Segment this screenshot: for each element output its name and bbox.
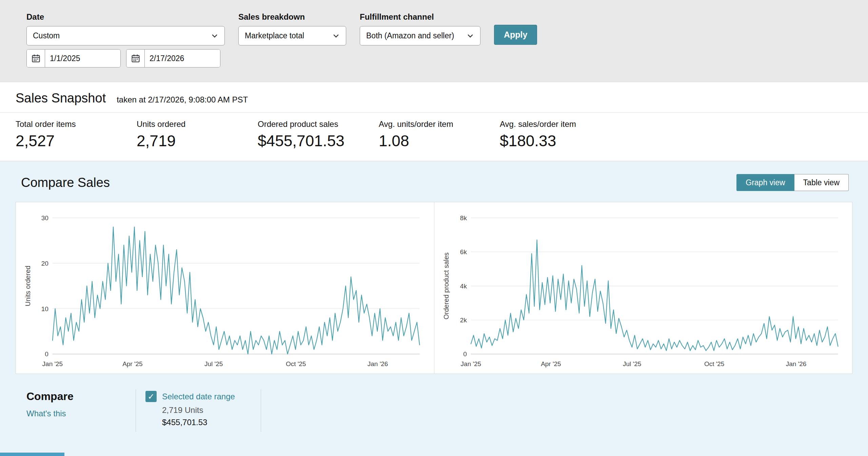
calendar-icon — [31, 54, 41, 63]
sales-breakdown-selected-value: Marketplace total — [245, 31, 304, 40]
svg-text:Oct '25: Oct '25 — [704, 360, 724, 367]
svg-text:0: 0 — [463, 350, 467, 358]
sales-breakdown-select[interactable]: Marketplace total — [238, 26, 346, 45]
svg-text:6k: 6k — [460, 248, 467, 255]
chevron-down-icon — [211, 32, 218, 40]
bottom-partial-bar — [0, 453, 64, 456]
metric-label: Total order items — [16, 119, 137, 129]
charts-row: 0102030Jan '25Apr '25Jul '25Oct '25Jan '… — [16, 202, 852, 374]
svg-text:4k: 4k — [460, 283, 467, 290]
snapshot-metric: Avg. units/order item1.08 — [379, 119, 500, 150]
metric-value: 1.08 — [379, 132, 500, 150]
date-range-selected-value: Custom — [33, 31, 60, 40]
start-date-input[interactable] — [45, 50, 120, 67]
svg-text:10: 10 — [41, 305, 48, 312]
svg-text:30: 30 — [41, 214, 48, 222]
sales-dashboard-page: Date Custom — [0, 0, 868, 456]
sales-breakdown-group: Sales breakdown Marketplace total — [238, 12, 346, 45]
svg-text:Ordered product sales: Ordered product sales — [442, 252, 450, 320]
units-ordered-chart: 0102030Jan '25Apr '25Jul '25Oct '25Jan '… — [23, 211, 427, 370]
metric-label: Avg. sales/order item — [500, 119, 621, 129]
whats-this-link[interactable]: What's this — [26, 409, 66, 418]
snapshot-metric: Avg. sales/order item$180.33 — [500, 119, 621, 150]
snapshot-metric: Ordered product sales$455,701.53 — [258, 119, 379, 150]
selected-date-range-legend: ✓ Selected date range 2,719 Units $455,7… — [136, 390, 261, 432]
legend-units-value: 2,719 Units — [162, 405, 237, 415]
fulfillment-channel-select[interactable]: Both (Amazon and seller) — [360, 26, 480, 45]
view-toggle: Graph view Table view — [736, 174, 849, 191]
legend-sales-value: $455,701.53 — [162, 418, 237, 427]
svg-text:Apr '25: Apr '25 — [541, 360, 561, 367]
compare-legend-row: Compare What's this ✓ Selected date rang… — [26, 390, 868, 432]
fulfillment-channel-group: Fulfillment channel Both (Amazon and sel… — [360, 12, 480, 45]
page-title: Sales Snapshot — [16, 91, 106, 106]
selected-date-range-checkbox[interactable]: ✓ — [145, 391, 157, 402]
svg-text:Apr '25: Apr '25 — [122, 360, 143, 367]
svg-text:Jul '25: Jul '25 — [623, 360, 641, 367]
svg-text:Oct '25: Oct '25 — [286, 360, 306, 367]
metric-label: Ordered product sales — [258, 119, 379, 129]
start-date-group — [26, 49, 121, 68]
filter-bar: Date Custom — [0, 0, 868, 82]
date-filter-label: Date — [26, 12, 225, 22]
compare-heading: Compare — [26, 390, 136, 403]
compare-sales-section: Compare Sales Graph view Table view 0102… — [0, 161, 868, 456]
date-inputs-row — [26, 49, 225, 68]
fulfillment-channel-selected-value: Both (Amazon and seller) — [366, 31, 454, 40]
svg-text:Jul '25: Jul '25 — [204, 360, 223, 367]
end-date-input[interactable] — [145, 50, 220, 67]
svg-text:8k: 8k — [460, 214, 467, 222]
fulfillment-channel-label: Fulfillment channel — [360, 12, 480, 22]
svg-text:20: 20 — [41, 260, 48, 267]
svg-text:Jan '26: Jan '26 — [368, 360, 388, 367]
snapshot-metrics-row: Total order items2,527Units ordered2,719… — [0, 113, 868, 161]
ordered-product-sales-chart-panel: 02k4k6k8kJan '25Apr '25Jul '25Oct '25Jan… — [434, 202, 852, 374]
units-ordered-chart-panel: 0102030Jan '25Apr '25Jul '25Oct '25Jan '… — [16, 202, 434, 374]
legend-series-label: Selected date range — [162, 392, 235, 401]
end-date-group — [126, 49, 220, 68]
start-date-calendar-button[interactable] — [27, 50, 45, 67]
svg-text:Units ordered: Units ordered — [24, 266, 32, 306]
snapshot-metric: Units ordered2,719 — [137, 119, 258, 150]
svg-text:2k: 2k — [460, 317, 467, 324]
compare-sales-title: Compare Sales — [21, 175, 110, 190]
metric-value: 2,527 — [16, 132, 137, 150]
snapshot-timestamp: taken at 2/17/2026, 9:08:00 AM PST — [117, 95, 248, 104]
calendar-icon — [131, 54, 140, 63]
sales-snapshot-section: Sales Snapshot taken at 2/17/2026, 9:08:… — [0, 82, 868, 161]
svg-text:0: 0 — [45, 350, 48, 358]
svg-text:Jan '25: Jan '25 — [42, 360, 63, 367]
sales-snapshot-header: Sales Snapshot taken at 2/17/2026, 9:08:… — [0, 82, 868, 113]
table-view-button[interactable]: Table view — [794, 174, 849, 191]
graph-view-button[interactable]: Graph view — [736, 174, 794, 191]
svg-text:Jan '25: Jan '25 — [460, 360, 481, 367]
apply-button[interactable]: Apply — [494, 25, 537, 45]
ordered-product-sales-chart: 02k4k6k8kJan '25Apr '25Jul '25Oct '25Jan… — [442, 211, 845, 370]
snapshot-metric: Total order items2,527 — [16, 119, 137, 150]
date-filter-group: Date Custom — [26, 12, 225, 68]
compare-legend-left: Compare What's this — [26, 390, 136, 432]
metric-value: $455,701.53 — [258, 132, 379, 150]
svg-text:Jan '26: Jan '26 — [786, 360, 806, 367]
metric-label: Avg. units/order item — [379, 119, 500, 129]
metric-value: $180.33 — [500, 132, 621, 150]
checkmark-icon: ✓ — [147, 393, 154, 401]
compare-sales-header: Compare Sales Graph view Table view — [0, 161, 868, 202]
date-range-select[interactable]: Custom — [26, 26, 225, 45]
chevron-down-icon — [332, 32, 340, 40]
metric-label: Units ordered — [137, 119, 258, 129]
sales-breakdown-label: Sales breakdown — [238, 12, 346, 22]
end-date-calendar-button[interactable] — [126, 50, 145, 67]
metric-value: 2,719 — [137, 132, 258, 150]
legend-top-row: ✓ Selected date range — [145, 391, 237, 402]
chevron-down-icon — [467, 32, 474, 40]
